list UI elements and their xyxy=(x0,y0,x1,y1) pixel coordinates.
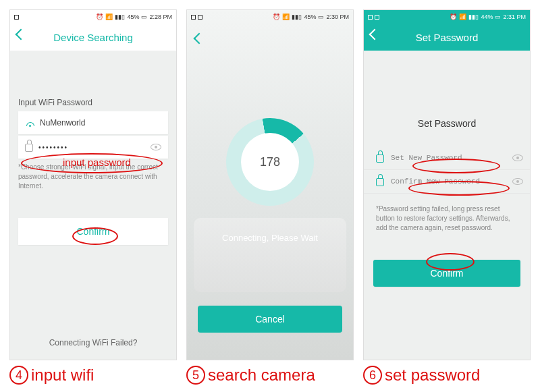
battery-icon: ▭ xyxy=(495,13,501,20)
header: Set Password xyxy=(364,24,530,51)
battery-text: 44% xyxy=(481,13,493,20)
battery-icon: ▭ xyxy=(318,13,324,20)
screen-input-wifi: ⏰ 📶 ▮▮▯ 45% ▭ 2:28 PM Device Searching I… xyxy=(9,9,177,360)
battery-text: 45% xyxy=(304,13,316,20)
alarm-icon: ⏰ xyxy=(96,13,103,20)
cancel-button[interactable]: Cancel xyxy=(198,306,342,333)
caption-step-6: 6 set password xyxy=(363,366,531,385)
confirm-label: Confirm xyxy=(76,226,109,237)
clock-text: 2:31 PM xyxy=(503,13,526,20)
wifi-icon xyxy=(25,118,34,128)
header: Device Searching xyxy=(10,24,176,51)
wifi-status-icon: 📶 xyxy=(459,13,466,20)
eye-icon[interactable] xyxy=(512,155,523,161)
sofa-decor xyxy=(194,218,346,292)
alarm-icon: ⏰ xyxy=(450,13,457,20)
confirm-password-placeholder: Confirm New Password xyxy=(391,177,480,186)
alarm-icon: ⏰ xyxy=(273,13,280,20)
notif-icon xyxy=(368,15,373,20)
clock-text: 2:28 PM xyxy=(149,13,172,20)
status-bar: ⏰ 📶 ▮▮▯ 44% ▭ 2:31 PM xyxy=(364,10,530,24)
caption-step-4: 4 input wifi xyxy=(9,366,177,385)
timer-value: 178 xyxy=(260,155,280,169)
lock-icon xyxy=(25,144,33,152)
notif-icon xyxy=(191,15,196,20)
wifi-name-field[interactable]: NuMenworld xyxy=(18,111,168,134)
header-title: Device Searching xyxy=(53,32,133,43)
step-label-4: input wifi xyxy=(31,366,94,385)
back-icon[interactable] xyxy=(369,29,381,40)
connecting-text: Connecting, Please Wait xyxy=(187,233,353,243)
eye-icon[interactable] xyxy=(512,178,523,185)
status-bar: ⏰ 📶 ▮▮▯ 45% ▭ 2:28 PM xyxy=(10,10,176,24)
back-button[interactable] xyxy=(195,33,203,45)
caption-step-5: 5 search camera xyxy=(186,366,354,385)
new-password-field[interactable]: Set New Password xyxy=(364,146,530,170)
notif-icon xyxy=(14,15,19,20)
wifi-hint-text: *Choose stronger WiFi signal, input the … xyxy=(18,163,168,191)
step-number-6: 6 xyxy=(363,366,382,385)
confirm-label: Confirm xyxy=(430,268,463,279)
section-title: Set Password xyxy=(364,118,530,129)
confirm-button[interactable]: Confirm xyxy=(373,260,520,287)
search-spinner: 178 xyxy=(226,118,314,206)
wifi-status-icon: 📶 xyxy=(282,13,290,20)
confirm-password-field[interactable]: Confirm New Password xyxy=(364,170,530,194)
clock-text: 2:30 PM xyxy=(326,13,349,20)
password-hint-text: *Password setting failed, long press res… xyxy=(364,198,530,240)
confirm-button[interactable]: Confirm xyxy=(18,218,168,245)
wifi-password-field[interactable]: •••••••• xyxy=(18,136,168,159)
notif-icon-2 xyxy=(198,15,202,20)
screen-search-camera: ⏰ 📶 ▮▮▯ 45% ▭ 2:30 PM 178 Connecting, Pl… xyxy=(186,9,354,360)
signal-icon: ▮▮▯ xyxy=(115,13,125,20)
wifi-name-text: NuMenworld xyxy=(40,118,85,128)
cancel-label: Cancel xyxy=(255,314,285,325)
notif-icon-2 xyxy=(375,15,379,20)
wifi-password-label: Input WiFi Password xyxy=(18,98,168,107)
signal-icon: ▮▮▯ xyxy=(292,13,302,20)
battery-icon: ▭ xyxy=(141,13,147,20)
step-label-5: search camera xyxy=(208,366,315,385)
lock-icon xyxy=(376,155,384,163)
screen-set-password: ⏰ 📶 ▮▮▯ 44% ▭ 2:31 PM Set Password Set P… xyxy=(363,9,531,360)
signal-icon: ▮▮▯ xyxy=(468,13,479,20)
eye-icon[interactable] xyxy=(151,144,161,150)
wifi-status-icon: 📶 xyxy=(105,13,113,20)
wifi-failed-link[interactable]: Connecting WiFi Failed? xyxy=(10,338,176,347)
status-bar: ⏰ 📶 ▮▮▯ 45% ▭ 2:30 PM xyxy=(187,10,353,24)
new-password-placeholder: Set New Password xyxy=(391,154,462,162)
step-number-5: 5 xyxy=(186,366,205,385)
back-icon[interactable] xyxy=(16,29,27,40)
header-title: Set Password xyxy=(416,32,479,43)
step-number-4: 4 xyxy=(9,366,28,385)
password-value: •••••••• xyxy=(38,144,68,151)
battery-text: 45% xyxy=(127,13,139,20)
step-label-6: set password xyxy=(385,366,480,385)
lock-icon xyxy=(376,178,384,186)
back-icon xyxy=(194,33,205,45)
